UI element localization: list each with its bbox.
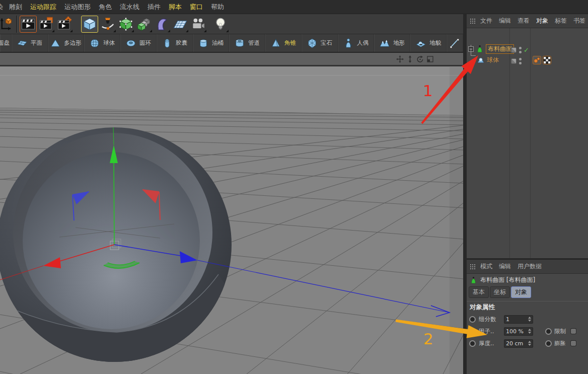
pan-icon[interactable] [396,55,404,63]
grip-icon[interactable] [470,264,476,269]
primitive-figure[interactable]: 人偶 [338,34,374,52]
add-cube-button[interactable] [81,16,98,33]
tree-row-sphere[interactable]: 球体 [467,54,588,65]
object-tree: 布料曲面 球体 ✓ [467,28,588,258]
visibility-dots[interactable] [519,57,522,65]
cloth-surface-icon [470,276,477,284]
spinner-icon[interactable] [528,341,531,346]
editable-cube-button[interactable] [117,16,134,33]
visibility-dots[interactable] [519,46,522,54]
am-menu-mode[interactable]: 模式 [480,262,492,271]
enabled-check-icon[interactable]: ✓ [524,46,529,54]
spline-icon [449,38,460,49]
pyramid-icon [270,38,281,49]
am-menu-userdata[interactable]: 用户数据 [518,262,542,271]
light-button[interactable] [212,16,229,33]
keyframe-radio[interactable] [469,340,476,347]
clapper-frame-button[interactable] [20,16,37,33]
primitive-pyramid[interactable]: 角锥 [265,34,302,52]
tab-coordinate[interactable]: 坐标 [490,286,510,298]
thickness-input[interactable]: 20 cm [504,339,533,348]
primitive-polygon[interactable]: 多边形 [48,34,84,52]
sphere-toggles[interactable] [511,57,522,65]
om-menu-file[interactable]: 文件 [480,17,492,25]
flyout-marker [52,30,54,32]
main-menu-bar: 染 雕刻 运动跟踪 运动图形 角色 流水线 插件 脚本 窗口 帮助 [0,0,588,14]
primitive-tube[interactable]: 管道 [229,34,265,52]
toggle-view-icon[interactable] [426,55,434,63]
spline-pen-button[interactable] [99,16,116,33]
flyout-marker [113,30,116,32]
toolbar-divider [16,16,17,33]
primitive-relief[interactable]: 地貌 [410,34,447,52]
axis-cube-button[interactable] [0,16,14,33]
menu-item-help[interactable]: 帮助 [211,3,224,12]
primitive-disc[interactable]: 圆盘 [0,34,12,52]
menu-item-motiontracker[interactable]: 运动跟踪 [30,3,56,12]
om-menu-bookmarks[interactable]: 书签 [573,17,585,25]
menu-item-script[interactable]: 脚本 [169,3,182,12]
subdivision-input[interactable]: 1 [504,315,533,324]
tube-icon [234,38,245,49]
camera-button[interactable] [190,16,207,33]
primitive-oiltank[interactable]: 油桶 [193,34,229,52]
expand-checkbox[interactable] [570,340,576,346]
primitive-landscape[interactable]: 地形 [374,34,410,52]
tab-basic[interactable]: 基本 [469,286,489,298]
primitive-capsule[interactable]: 胶囊 [157,34,193,52]
relief-icon [415,38,426,49]
uvw-tag-icon[interactable] [543,56,551,64]
primitive-gem[interactable]: 宝石 [302,34,338,52]
keyframe-radio[interactable] [469,316,476,323]
cloth-toggles[interactable]: ✓ [511,46,529,54]
grip-icon[interactable] [470,18,476,24]
spline-tool[interactable] [447,34,463,52]
torus-icon [125,38,136,49]
layer-toggle-icon[interactable] [511,47,517,53]
field-thickness: 厚度.. 20 cm 膨胀 [467,337,588,349]
om-menu-tags[interactable]: 标签 [555,17,567,25]
clapper-gear-button[interactable] [56,16,73,33]
deformer-button[interactable] [154,16,171,33]
keyframe-radio[interactable] [545,328,552,335]
cinema4d-window: 染 雕刻 运动跟踪 运动图形 角色 流水线 插件 脚本 窗口 帮助 [0,0,588,374]
am-menu-edit[interactable]: 编辑 [499,262,511,271]
sphere-icon [89,38,100,49]
layer-toggle-icon[interactable] [511,58,517,64]
primitive-torus[interactable]: 圆环 [120,34,157,52]
limit-checkbox[interactable] [570,328,576,334]
om-menu-objects[interactable]: 对象 [536,17,548,25]
primitive-plane[interactable]: 平面 [12,34,48,52]
keyframe-radio[interactable] [469,328,476,335]
primitive-sphere[interactable]: 球体 [84,34,120,52]
menu-item-plugins[interactable]: 插件 [148,3,161,12]
phong-tag-icon[interactable] [533,56,541,64]
axis-cube-icon [0,17,13,32]
rotate-icon[interactable] [416,55,424,63]
menu-item-character[interactable]: 角色 [99,3,112,12]
menu-item-sculpt[interactable]: 雕刻 [9,3,22,12]
tab-object[interactable]: 对象 [511,286,531,298]
spinner-icon[interactable] [528,329,531,334]
flyout-marker [150,30,152,32]
section-title: 对象属性 [467,301,588,313]
polygon-icon [50,38,61,49]
menu-item-partial[interactable]: 染 [0,3,5,12]
om-menu-view[interactable]: 查看 [518,17,530,25]
field-factor: 因子.. 100 % 限制 [467,325,588,337]
keyframe-radio[interactable] [545,340,552,347]
menu-item-window[interactable]: 窗口 [190,3,203,12]
menu-item-mograph[interactable]: 运动图形 [64,3,91,12]
floor-button[interactable] [172,16,189,33]
factor-input[interactable]: 100 % [504,327,533,336]
zoom-icon[interactable] [406,55,414,63]
menu-item-pipeline[interactable]: 流水线 [120,3,139,12]
clapper-cube-button[interactable] [38,16,55,33]
instances-button[interactable] [135,16,153,33]
viewport[interactable] [0,53,463,374]
spinner-icon[interactable] [528,317,531,322]
viewport-canvas[interactable] [0,53,463,374]
om-menu-edit[interactable]: 编辑 [499,17,511,25]
sphere-tags[interactable] [533,56,553,64]
object-manager-menubar: 文件 编辑 查看 对象 标签 书签 [467,14,588,28]
